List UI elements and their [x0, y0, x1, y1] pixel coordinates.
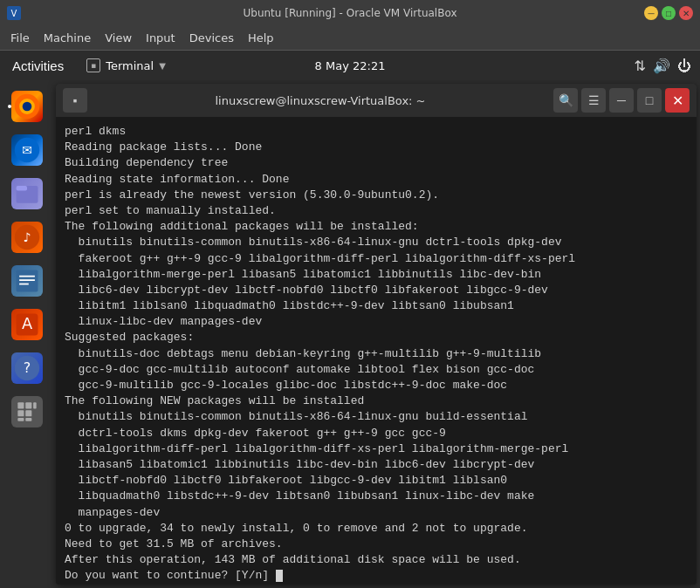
terminal-line: The following additional packages will b… [65, 219, 688, 235]
terminal-line: After this operation, 143 MB of addition… [65, 552, 688, 568]
terminal-line: dctrl-tools dkms dpkg-dev fakeroot g++ g… [65, 426, 688, 441]
terminal-line: The following NEW packages will be insta… [65, 393, 688, 409]
dropdown-icon: ▼ [159, 61, 166, 71]
dock-item-rhythmbox[interactable]: ♪ [6, 216, 48, 258]
terminal-line: perl set to manually installed. [65, 203, 688, 219]
terminal-tab-icon: ▪ [86, 58, 100, 72]
svg-rect-25 [25, 418, 31, 421]
terminal-line: perl dkms [65, 124, 688, 140]
terminal-line: libasan5 libatomic1 libbinutils libc-dev… [65, 457, 688, 473]
window-controls: ─ □ ✕ [644, 6, 693, 20]
terminal-line: manpages-dev [65, 505, 688, 521]
system-clock: 8 May 22:21 [315, 59, 386, 72]
dock-item-files[interactable] [6, 173, 48, 215]
maximize-button[interactable]: □ [662, 6, 676, 20]
terminal-line: perl is already the newest version (5.30… [65, 188, 688, 203]
close-button[interactable]: ✕ [679, 6, 693, 20]
minimize-button[interactable]: ─ [644, 6, 658, 20]
dock-item-help[interactable]: ? [6, 347, 48, 389]
svg-rect-24 [17, 418, 24, 421]
terminal-line: Need to get 31.5 MB of archives. [65, 537, 688, 552]
terminal-menu-button[interactable]: ☰ [581, 88, 606, 113]
terminal-line: gcc-9-multilib gcc-9-locales glibc-doc l… [65, 378, 688, 393]
terminal-line: libc6-dev libcrypt-dev libctf-nobfd0 lib… [65, 283, 688, 298]
rhythmbox-icon: ♪ [11, 222, 43, 253]
terminal-line: binutils binutils-common binutils-x86-64… [65, 409, 688, 425]
top-panel: Activities ▪ Terminal ▼ 8 May 22:21 ⇅ 🔊 … [0, 51, 700, 80]
terminal-line: libalgorithm-diff-perl libalgorithm-diff… [65, 441, 688, 457]
svg-text:A: A [22, 315, 32, 332]
menu-file[interactable]: File [3, 30, 37, 46]
terminal-line: Reading state information... Done [65, 172, 688, 188]
apps-grid-icon [11, 396, 43, 427]
svg-rect-8 [17, 186, 27, 190]
terminal-minimize-button[interactable]: ─ [609, 88, 634, 113]
svg-rect-19 [17, 402, 24, 408]
title-bar: V Ubuntu [Running] - Oracle VM VirtualBo… [0, 0, 700, 26]
terminal-line: libctf-nobfd0 libctf0 libfakeroot libgcc… [65, 473, 688, 489]
terminal-window-controls: 🔍 ☰ ─ □ ✕ [553, 88, 690, 113]
terminal-window: ▪ linuxscrew@linuxscrew-VirtualBox: ~ 🔍 … [56, 84, 697, 585]
dock-item-apps[interactable] [6, 391, 48, 433]
help-icon: ? [11, 352, 43, 384]
terminal-title: linuxscrew@linuxscrew-VirtualBox: ~ [93, 94, 548, 107]
terminal-line: linux-libc-dev manpages-dev [65, 314, 688, 330]
firefox-icon [11, 91, 43, 122]
menu-bar: File Machine View Input Devices Help [0, 26, 700, 51]
terminal-line: Do you want to continue? [Y/n] [65, 568, 688, 584]
svg-rect-21 [33, 402, 37, 408]
terminal-line: 0 to upgrade, 34 to newly install, 0 to … [65, 521, 688, 537]
dock-item-appstore[interactable]: A [6, 304, 48, 345]
terminal-line: libitm1 liblsan0 libquadmath0 libstdc++-… [65, 298, 688, 314]
terminal-search-button[interactable]: 🔍 [553, 88, 578, 113]
activities-button[interactable]: Activities [0, 51, 76, 80]
dock-item-firefox[interactable] [6, 85, 48, 127]
terminal-line: binutils binutils-common binutils-x86-64… [65, 235, 688, 250]
terminal-taskbar-tab[interactable]: ▪ Terminal ▼ [76, 51, 176, 80]
svg-rect-20 [25, 402, 31, 408]
terminal-line: gcc-9-doc gcc-multilib autoconf automake… [65, 362, 688, 378]
menu-devices[interactable]: Devices [182, 30, 241, 46]
svg-point-4 [23, 102, 32, 112]
terminal-line: Reading package lists... Done [65, 140, 688, 155]
dock-item-texteditor[interactable] [6, 260, 48, 302]
terminal-line: fakeroot g++ g++-9 gcc-9 libalgorithm-di… [65, 251, 688, 267]
application-dock: ✉ ♪ [0, 80, 54, 588]
menu-input[interactable]: Input [139, 30, 182, 46]
svg-text:?: ? [24, 359, 31, 376]
svg-rect-23 [25, 410, 31, 416]
main-content: ✉ ♪ [0, 80, 700, 588]
terminal-tab-icon: ▪ [73, 93, 78, 107]
svg-text:♪: ♪ [23, 230, 31, 244]
menu-machine[interactable]: Machine [37, 30, 98, 46]
window-title: Ubuntu [Running] - Oracle VM VirtualBox [244, 7, 457, 19]
volume-icon[interactable]: 🔊 [653, 58, 670, 74]
panel-right: ⇅ 🔊 ⏻ [635, 58, 700, 74]
title-bar-left: V [7, 6, 21, 20]
terminal-cursor [276, 570, 283, 582]
terminal-line: libquadmath0 libstdc++-9-dev libtsan0 li… [65, 489, 688, 504]
svg-text:V: V [11, 9, 17, 18]
network-icon[interactable]: ⇅ [635, 58, 646, 74]
terminal-tab-button[interactable]: ▪ [63, 88, 87, 113]
virtualbox-icon: V [7, 6, 21, 20]
svg-rect-22 [17, 410, 24, 416]
files-icon [11, 178, 43, 209]
appstore-icon: A [11, 309, 43, 340]
thunderbird-icon: ✉ [11, 134, 43, 166]
terminal-header: ▪ linuxscrew@linuxscrew-VirtualBox: ~ 🔍 … [56, 84, 697, 117]
terminal-line: Building dependency tree [65, 155, 688, 171]
terminal-maximize-button[interactable]: □ [637, 88, 662, 113]
svg-text:✉: ✉ [22, 143, 32, 157]
texteditor-icon [11, 265, 43, 297]
dock-item-thunderbird[interactable]: ✉ [6, 129, 48, 171]
terminal-line: libalgorithm-merge-perl libasan5 libatom… [65, 267, 688, 283]
terminal-body[interactable]: perl dkmsReading package lists... DoneBu… [56, 117, 697, 585]
menu-view[interactable]: View [98, 30, 139, 46]
power-icon[interactable]: ⏻ [677, 58, 691, 74]
terminal-line: Suggested packages: [65, 330, 688, 345]
menu-help[interactable]: Help [241, 30, 281, 46]
terminal-line: binutils-doc debtags menu debian-keyring… [65, 346, 688, 362]
terminal-close-button[interactable]: ✕ [665, 88, 690, 113]
terminal-tab-label: Terminal [106, 59, 154, 72]
